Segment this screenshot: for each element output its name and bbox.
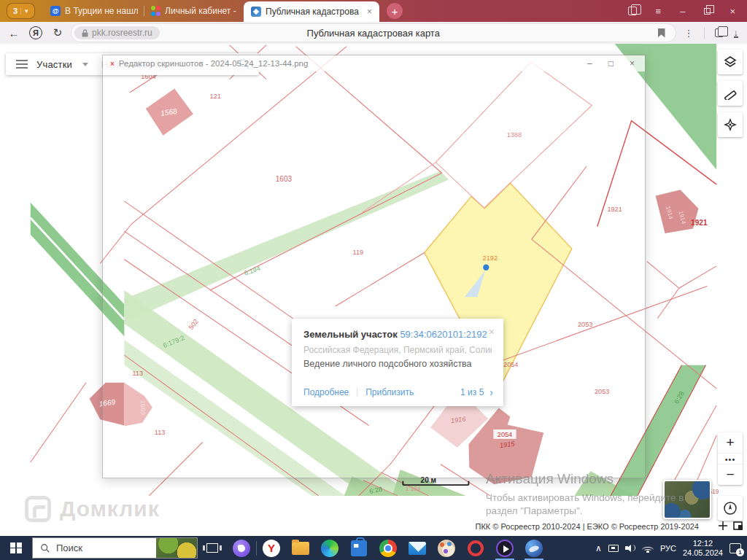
parcel-info-popup: Земельный участок 59:34:0620101:2192 × Р… (292, 319, 503, 406)
editor-minimize-icon[interactable]: – (587, 58, 592, 69)
chrome-button[interactable] (374, 536, 403, 560)
tray-date: 24.05.2024 (683, 548, 723, 558)
folder-icon (292, 542, 309, 555)
activation-line1: Чтобы активировать Windows, перейдите в (486, 491, 684, 505)
details-link[interactable]: Подробнее (303, 387, 349, 397)
task-view-button[interactable] (198, 536, 227, 560)
volume-icon[interactable] (625, 544, 635, 553)
address-bar: ← Я ↻ pkk.rosreestr.ru Публичная кадастр… (0, 22, 747, 44)
tab-news[interactable]: @ В Турции не нашли доказ (44, 0, 144, 22)
screenshot-editor-window[interactable]: × Редактор скриншотов - 2024-05-24_12-13… (102, 55, 646, 478)
ruler-icon (724, 87, 737, 100)
display-tray-icon[interactable] (608, 545, 619, 552)
parcel-address: Российская Федерация, Пермский край, Сол… (303, 345, 492, 355)
tab-personal-account[interactable]: Личный кабинет - Объяв (144, 0, 244, 22)
yandex-icon[interactable]: Я (29, 26, 42, 39)
language-indicator[interactable]: РУС (660, 544, 676, 553)
profile-button[interactable]: 3 ▼ (7, 4, 34, 18)
windows-taskbar: Поиск Y ∧ РУС 12:12 24.05.2024 1 (0, 536, 747, 560)
popup-close-icon[interactable]: × (489, 326, 495, 338)
opera-button[interactable] (461, 536, 490, 560)
bookmark-icon[interactable] (658, 28, 665, 38)
measure-button[interactable] (718, 81, 743, 106)
chrome-icon (379, 540, 397, 557)
start-button[interactable] (0, 536, 32, 560)
tab-cadastral-map-active[interactable]: Публичная кадастрова × (244, 1, 379, 22)
zoom-in-button[interactable]: + (718, 432, 743, 453)
browser-menu-icon[interactable]: ≡ (656, 6, 662, 17)
editor-title-bar[interactable]: × Редактор скриншотов - 2024-05-24_12-13… (103, 55, 645, 71)
restore-window-icon[interactable] (704, 8, 711, 15)
domclick-logo-icon (25, 496, 51, 522)
media-player-button[interactable] (490, 536, 519, 560)
collections-icon[interactable] (715, 28, 724, 37)
cadastral-number-link[interactable]: 59:34:0620101:2192 (400, 329, 487, 340)
play-icon (496, 540, 514, 557)
extent-icon[interactable] (733, 521, 743, 530)
close-tab-icon[interactable]: × (367, 7, 372, 17)
minimize-window-icon[interactable]: – (680, 6, 685, 17)
parcel-label: 1:194 (406, 486, 421, 492)
crosshair-icon (724, 118, 737, 131)
url-pill[interactable]: pkk.rosreestr.ru (74, 26, 160, 39)
mail-button[interactable] (403, 536, 432, 560)
edge-button[interactable] (315, 536, 344, 560)
locate-button[interactable] (718, 112, 743, 137)
zoom-to-link[interactable]: Приблизить (365, 387, 414, 397)
wifi-icon[interactable] (642, 544, 654, 553)
parcel-type-label: Земельный участок (303, 329, 398, 340)
zoom-out-button[interactable]: − (718, 464, 743, 485)
domclick-watermark: Домклик (25, 496, 160, 522)
new-tab-button[interactable]: + (387, 3, 403, 19)
compass-button[interactable] (718, 496, 743, 521)
notifications-icon[interactable]: 1 (729, 543, 741, 553)
side-panels-icon[interactable] (628, 7, 637, 15)
layers-button[interactable] (718, 50, 743, 74)
next-parcel-icon[interactable]: › (489, 386, 493, 398)
paint-button[interactable] (432, 536, 461, 560)
store-icon (351, 540, 367, 556)
screenshot-app-button[interactable] (519, 536, 549, 560)
opera-icon (468, 540, 484, 556)
search-highlight-image[interactable] (156, 537, 197, 559)
chevron-down-icon[interactable] (82, 63, 88, 66)
parcel-label: 1921 (691, 219, 708, 227)
alice-icon (233, 540, 250, 557)
windows-activation-watermark: Активация Windows Чтобы активировать Win… (486, 471, 684, 518)
tray-time: 12:12 (683, 539, 723, 548)
editor-maximize-icon[interactable]: □ (608, 58, 614, 69)
center-icon[interactable] (719, 521, 727, 530)
parcel-land-use: Ведение личного подсобного хозяйства (303, 359, 492, 369)
chevron-down-icon: ▼ (20, 8, 31, 15)
file-explorer-button[interactable] (286, 536, 315, 560)
layer-selector[interactable]: Участки (36, 59, 72, 70)
more-actions-icon[interactable]: ⋮ (684, 28, 694, 39)
back-icon[interactable]: ← (4, 27, 23, 39)
editor-close-icon[interactable]: × (630, 58, 635, 69)
url-text: pkk.rosreestr.ru (92, 28, 152, 38)
divider (704, 27, 705, 39)
zoom-controls: + ••• − (718, 432, 743, 485)
close-window-icon[interactable]: × (729, 6, 735, 17)
page-title: Публичная кадастровая карта (71, 28, 676, 39)
compass-icon (723, 501, 738, 516)
search-icon (40, 543, 50, 553)
downloads-icon[interactable]: ↓ (734, 28, 739, 38)
hidden-icons-chevron[interactable]: ∧ (595, 543, 602, 553)
news-favicon: @ (50, 6, 61, 16)
zoom-levels-button[interactable]: ••• (718, 453, 743, 464)
refresh-icon[interactable]: ↻ (48, 26, 67, 39)
url-field[interactable]: pkk.rosreestr.ru Публичная кадастровая к… (71, 24, 676, 42)
clock[interactable]: 12:12 24.05.2024 (683, 539, 723, 558)
yandex-browser-button[interactable]: Y (257, 536, 286, 560)
menu-icon[interactable] (16, 58, 28, 71)
activation-title: Активация Windows (486, 471, 684, 487)
tab-label: Публичная кадастрова (266, 7, 359, 17)
activation-line2: раздел "Параметры". (486, 505, 684, 518)
edge-icon (321, 540, 338, 557)
taskbar-search-input[interactable]: Поиск (56, 542, 82, 553)
alice-button[interactable] (227, 536, 256, 560)
taskbar-search[interactable]: Поиск (32, 537, 198, 559)
store-button[interactable] (344, 536, 374, 560)
system-tray: ∧ РУС 12:12 24.05.2024 1 (595, 536, 747, 560)
